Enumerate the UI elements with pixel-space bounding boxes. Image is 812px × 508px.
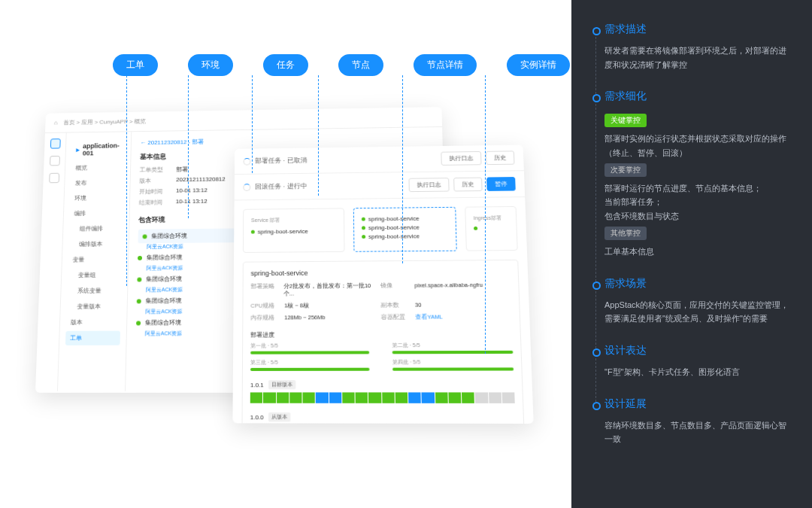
connector-2 (188, 75, 189, 218)
nav-var-version[interactable]: 变量版本 (66, 300, 121, 314)
yaml-link[interactable]: 查看YAML (415, 314, 443, 321)
home-icon: ⌂ (54, 120, 58, 126)
btn-history2[interactable]: 历史 (453, 178, 483, 192)
task-title-running: 回滚任务 · 进行中 (243, 181, 307, 191)
sidebar-icon-2[interactable] (50, 156, 60, 166)
status-dot-icon (143, 234, 147, 239)
nav-orch-version[interactable]: 编排版本 (68, 237, 123, 251)
task-card-ingress[interactable]: Ingress部署 (465, 206, 518, 251)
tag-instance-detail: 实例详情 (507, 54, 570, 76)
batch-1: 第一批 · 5/5 (250, 342, 369, 354)
nav-version[interactable]: 版本 (66, 315, 121, 330)
task-card-service[interactable]: Service 部署 spring-boot-service (243, 208, 345, 253)
breadcrumb-text: 首页 > 应用 > CunyuAPP > 概览 (63, 117, 146, 126)
btn-pause[interactable]: 暂停 (486, 177, 516, 191)
nav-sys-var[interactable]: 系统变量 (67, 284, 122, 298)
tag-task: 任务 (263, 54, 308, 76)
tag-order: 工单 (113, 54, 158, 76)
nav-overview[interactable]: 概览 (71, 160, 124, 175)
connector-5 (402, 75, 403, 263)
req-refinement: 需求细化 关键掌控 部署时实例的运行状态并根据状态采取对应的操作（终止、暂停、回… (589, 90, 794, 276)
screenshot-stage: ⌂ 首页 > 应用 > CunyuAPP > 概览 ▸ application-… (38, 105, 526, 429)
nav-var-group[interactable]: 变量组 (68, 268, 122, 282)
req-scenario: 需求场景 AppStack的核心页面，应用交付的关键监控管理，需要满足使用者"统… (589, 277, 794, 344)
connector-3 (252, 75, 253, 173)
badge-other: 其他掌控 (604, 227, 647, 240)
nav-order[interactable]: 工单 (65, 331, 120, 345)
page-sub: ← 202112320812 - 部署 (140, 135, 433, 147)
detail-title: spring-boot-service (251, 268, 511, 277)
sidebar-icon-3[interactable] (49, 173, 59, 184)
sidebar-icon-1[interactable] (50, 138, 60, 148)
btn-log2[interactable]: 执行日志 (408, 178, 449, 192)
tag-env: 环境 (188, 54, 233, 76)
connector-4 (318, 75, 319, 196)
btn-history[interactable]: 历史 (486, 151, 515, 165)
nav-publish[interactable]: 发布 (71, 175, 124, 190)
nav-component-orch[interactable]: 组件编排 (69, 221, 123, 236)
nav-variable[interactable]: 变量 (68, 252, 122, 266)
version-from: 1.0.0从版本 (250, 412, 517, 424)
btn-log[interactable]: 执行日志 (441, 151, 481, 166)
tag-node: 节点 (338, 54, 383, 76)
req-description: 需求描述 研发者需要在将镜像部署到环境之后，对部署的进度和状况清晰了解掌控 (589, 23, 794, 90)
requirements-panel: 需求描述 研发者需要在将镜像部署到环境之后，对部署的进度和状况清晰了解掌控 需求… (571, 0, 812, 508)
task-title-cancelled: 部署任务 · 已取消 (244, 156, 307, 166)
tag-node-detail: 节点详情 (414, 54, 477, 76)
badge-secondary: 次要掌控 (604, 163, 647, 177)
design-expression: 设计表达 "F型"架构、卡片式任务、图形化语言 (589, 344, 794, 397)
spinner-icon (244, 157, 251, 165)
version-target: 1.0.1目标版本 (250, 380, 515, 403)
app-title: ▸ application-001 (71, 138, 125, 161)
task-window: 部署任务 · 已取消 执行日志 历史 回滚任务 · 进行中 执行日志 历史 暂停… (232, 144, 533, 423)
connector-1 (126, 75, 127, 286)
batch-3: 第三批 · 5/5 (250, 358, 370, 370)
badge-key: 关键掌控 (604, 114, 647, 127)
batch-4: 第四批 · 5/5 (392, 358, 514, 371)
progress-title: 部署进度 (250, 330, 513, 339)
tag-row: 工单 环境 任务 节点 节点详情 实例详情 (113, 54, 570, 76)
batch-2: 第二批 · 5/5 (392, 342, 513, 354)
nav-panel: ▸ application-001 概览 发布 环境 编排 组件编排 编排版本 … (58, 132, 132, 391)
connector-6 (485, 75, 486, 354)
task-card-highlighted[interactable]: spring-boot-service spring-boot-service … (353, 207, 457, 252)
design-extension: 设计延展 容纳环境数目多、节点数目多、产品页面逻辑心智一致 (589, 397, 794, 464)
nav-orchestration[interactable]: 编排 (69, 206, 123, 221)
nav-env[interactable]: 环境 (70, 191, 123, 205)
spinner-icon (243, 184, 250, 191)
detail-panel: spring-boot-service 部署策略分2批发布，首批发布：第一批10… (241, 260, 525, 424)
